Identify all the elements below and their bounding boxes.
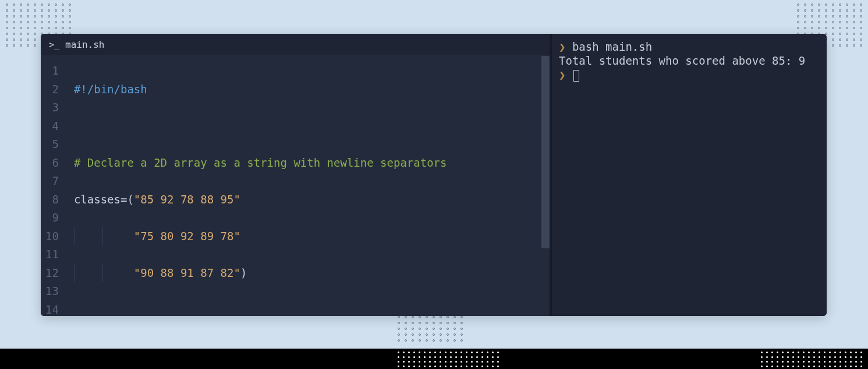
- editor-scrollbar[interactable]: [541, 56, 550, 248]
- line-number: 1: [45, 62, 59, 80]
- line-gutter: 1 2 3 4 5 6 7 8 9 10 11 12 13 14: [41, 56, 66, 316]
- line-number: 5: [45, 135, 59, 154]
- dots-bottom-mid: [398, 316, 463, 342]
- dots-bottom-mid-white: [398, 352, 499, 369]
- line-number: 3: [45, 99, 59, 117]
- line-number: 2: [45, 80, 59, 99]
- code-token: "75 80 92 89 78": [134, 230, 240, 243]
- line-number: 13: [45, 282, 59, 301]
- code-token: #!/bin/bash: [74, 83, 147, 96]
- terminal-prompt-icon: ❯: [559, 68, 565, 81]
- line-number: 14: [45, 301, 59, 317]
- terminal-line: ❯: [559, 68, 820, 82]
- line-number: 6: [45, 154, 59, 173]
- line-number: 7: [45, 172, 59, 191]
- terminal-line: ❯ bash main.sh: [559, 40, 820, 54]
- dots-bottom-right-white: [761, 352, 862, 369]
- line-number: 11: [45, 245, 59, 264]
- line-number: 10: [45, 227, 59, 246]
- tab-bar: >_ main.sh: [41, 34, 550, 56]
- terminal-pane[interactable]: ❯ bash main.sh Total students who scored…: [550, 34, 827, 316]
- tab-filename[interactable]: main.sh: [65, 39, 104, 50]
- shell-icon: >_: [49, 40, 59, 50]
- code-content[interactable]: #!/bin/bash # Declare a 2D array as a st…: [66, 56, 550, 316]
- code-token: # Declare a 2D array as a string with ne…: [74, 156, 447, 169]
- line-number: 9: [45, 209, 59, 227]
- terminal-output: Total students who scored above 85: 9: [559, 54, 820, 68]
- terminal-prompt-icon: ❯: [559, 40, 565, 53]
- code-token: "90 88 91 87 82": [134, 266, 240, 279]
- code-token: classes: [74, 193, 121, 206]
- line-number: 4: [45, 117, 59, 136]
- ide-window: >_ main.sh 1 2 3 4 5 6 7 8 9 10 11 12 13…: [41, 34, 827, 316]
- line-number: 8: [45, 191, 59, 209]
- terminal-cursor: [573, 70, 579, 82]
- code-token: "85 92 78 88 95": [134, 193, 240, 206]
- editor-pane: >_ main.sh 1 2 3 4 5 6 7 8 9 10 11 12 13…: [41, 34, 550, 316]
- code-area[interactable]: 1 2 3 4 5 6 7 8 9 10 11 12 13 14 #!/bin/…: [41, 56, 550, 316]
- terminal-command: bash main.sh: [572, 40, 652, 53]
- line-number: 12: [45, 264, 59, 283]
